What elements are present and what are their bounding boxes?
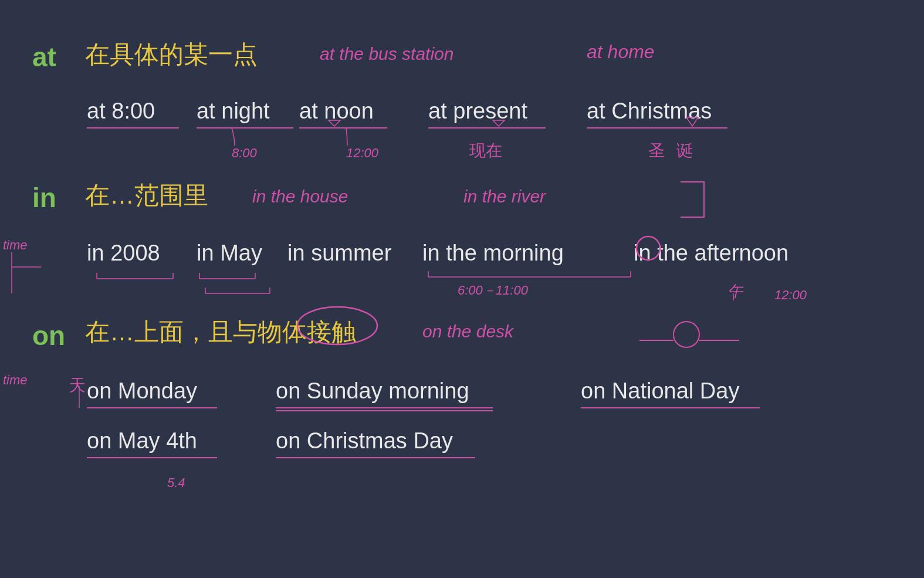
on-chinese: 在…上面，且与物体接触 xyxy=(85,316,356,349)
at-busstation: at the bus station xyxy=(320,44,454,64)
on-desk: on the desk xyxy=(422,322,513,342)
in-river: in the river xyxy=(463,187,546,207)
on-may4th: on May 4th xyxy=(87,428,197,454)
note-xianzai: 现在 xyxy=(469,140,502,162)
time-label: time xyxy=(3,238,28,253)
on-sunday-morning: on Sunday morning xyxy=(276,378,469,404)
note-tian: 天 xyxy=(69,374,86,397)
on-label: on xyxy=(32,320,65,351)
at-label: at xyxy=(32,41,56,73)
in-may: in May xyxy=(197,241,262,266)
in-chinese: 在…范围里 xyxy=(85,179,208,212)
in-afternoon: in the afternoon xyxy=(634,241,788,266)
in-label: in xyxy=(32,182,56,214)
in-2008: in 2008 xyxy=(87,241,160,266)
note-600-1100: 6:00－11:00 xyxy=(458,282,528,299)
note-1200: 12:00 xyxy=(346,146,378,161)
in-summer: in summer xyxy=(287,241,391,266)
at-present: at present xyxy=(428,99,527,124)
in-morning: in the morning xyxy=(422,241,564,266)
note-shengdan: 圣 诞 xyxy=(648,140,696,162)
on-national-day: on National Day xyxy=(581,378,739,404)
at-night: at night xyxy=(197,99,270,124)
note-54: 5.4 xyxy=(167,475,185,491)
in-house: in the house xyxy=(252,187,348,207)
at-christmas: at Christmas xyxy=(587,99,712,124)
at-home: at home xyxy=(587,41,655,63)
on-christmas-day: on Christmas Day xyxy=(276,428,453,454)
on-monday: on Monday xyxy=(87,378,197,404)
at-noon: at noon xyxy=(299,99,374,124)
at-800: at 8:00 xyxy=(87,99,155,124)
time-label-2: time xyxy=(3,373,28,388)
at-chinese: 在具体的某一点 xyxy=(85,38,258,71)
note-800: 8:00 xyxy=(232,146,257,161)
